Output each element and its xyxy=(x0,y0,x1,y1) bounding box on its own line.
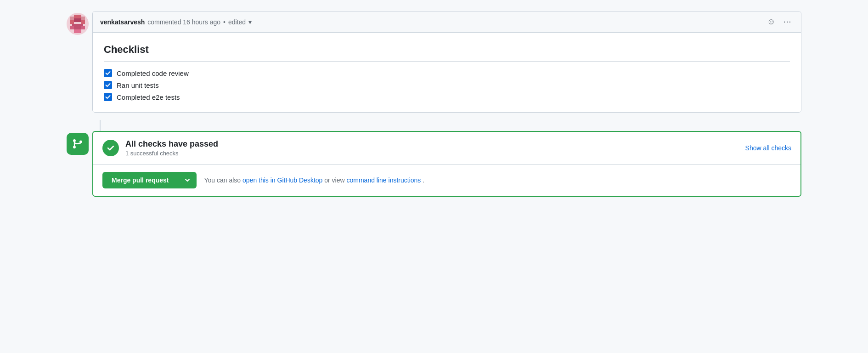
checks-info: All checks have passed 1 successful chec… xyxy=(125,139,218,157)
checklist-item-label: Ran unit tests xyxy=(117,81,159,89)
open-desktop-link[interactable]: open this in GitHub Desktop xyxy=(242,176,322,184)
comment-box: venkatsarvesh commented 16 hours ago • e… xyxy=(92,11,801,113)
ellipsis-icon: ··· xyxy=(783,18,792,26)
or-label: or view xyxy=(324,176,344,184)
merge-dropdown-button[interactable] xyxy=(178,172,197,188)
svg-rect-1 xyxy=(70,17,74,20)
edited-arrow-icon[interactable]: ▾ xyxy=(248,18,252,26)
comment-body: Checklist Completed code review xyxy=(93,33,801,112)
checks-title: All checks have passed xyxy=(125,139,218,149)
svg-rect-7 xyxy=(74,18,81,22)
checkbox-1[interactable] xyxy=(104,69,112,77)
svg-rect-12 xyxy=(78,29,81,33)
avatar xyxy=(67,13,89,35)
svg-rect-11 xyxy=(74,29,78,33)
comment-separator: • xyxy=(223,18,225,26)
checks-bottom: Merge pull request You can also open thi… xyxy=(93,165,800,196)
timeline-line xyxy=(100,120,101,131)
svg-rect-10 xyxy=(81,26,85,29)
info-suffix: . xyxy=(423,176,424,184)
svg-point-13 xyxy=(73,139,76,142)
merge-icon-container xyxy=(67,133,89,155)
svg-rect-2 xyxy=(81,17,85,20)
check-icon xyxy=(105,70,111,76)
checkbox-3[interactable] xyxy=(104,93,112,101)
list-item: Completed e2e tests xyxy=(104,93,790,101)
svg-rect-3 xyxy=(74,15,78,18)
checklist-items: Completed code review Ran unit tests xyxy=(104,69,790,101)
checklist-item-label: Completed code review xyxy=(117,69,189,77)
comment-edited: edited xyxy=(228,18,246,26)
emoji-button[interactable]: ☺ xyxy=(766,16,776,28)
svg-point-15 xyxy=(79,140,82,143)
check-icon xyxy=(105,82,111,88)
info-prefix: You can also xyxy=(204,176,241,184)
more-options-button[interactable]: ··· xyxy=(782,17,794,27)
success-circle xyxy=(102,140,119,156)
merge-icon xyxy=(71,137,84,150)
comment-author: venkatsarvesh xyxy=(100,18,145,26)
merge-info-text: You can also open this in GitHub Desktop… xyxy=(204,176,424,184)
merge-pull-request-button[interactable]: Merge pull request xyxy=(102,172,178,188)
comment-header-right: ☺ ··· xyxy=(766,16,794,28)
checks-top-left: All checks have passed 1 successful chec… xyxy=(102,139,218,157)
main-container: venkatsarvesh commented 16 hours ago • e… xyxy=(67,11,801,197)
checklist-item-label: Completed e2e tests xyxy=(117,93,180,101)
list-item: Completed code review xyxy=(104,69,790,77)
emoji-icon: ☺ xyxy=(767,17,775,27)
svg-rect-9 xyxy=(70,26,74,29)
check-icon xyxy=(105,94,111,100)
svg-rect-5 xyxy=(70,20,74,24)
chevron-down-icon xyxy=(185,177,190,183)
checklist-title: Checklist xyxy=(104,44,790,62)
comment-block: venkatsarvesh commented 16 hours ago • e… xyxy=(67,11,801,113)
checkbox-2[interactable] xyxy=(104,81,112,89)
checks-top: All checks have passed 1 successful chec… xyxy=(93,132,800,165)
checks-box: All checks have passed 1 successful chec… xyxy=(92,131,801,197)
svg-rect-6 xyxy=(81,20,85,24)
show-all-checks-button[interactable]: Show all checks xyxy=(745,144,791,152)
merge-block: All checks have passed 1 successful chec… xyxy=(67,131,801,197)
comment-timestamp: commented 16 hours ago xyxy=(147,18,220,26)
success-check-icon xyxy=(106,143,115,153)
comment-header-left: venkatsarvesh commented 16 hours ago • e… xyxy=(100,18,252,26)
checks-subtitle: 1 successful checks xyxy=(125,150,218,157)
merge-button-group: Merge pull request xyxy=(102,172,197,188)
svg-point-14 xyxy=(73,146,76,148)
command-line-link[interactable]: command line instructions xyxy=(347,176,421,184)
svg-rect-4 xyxy=(78,15,81,18)
comment-header: venkatsarvesh commented 16 hours ago • e… xyxy=(93,11,801,33)
list-item: Ran unit tests xyxy=(104,81,790,89)
